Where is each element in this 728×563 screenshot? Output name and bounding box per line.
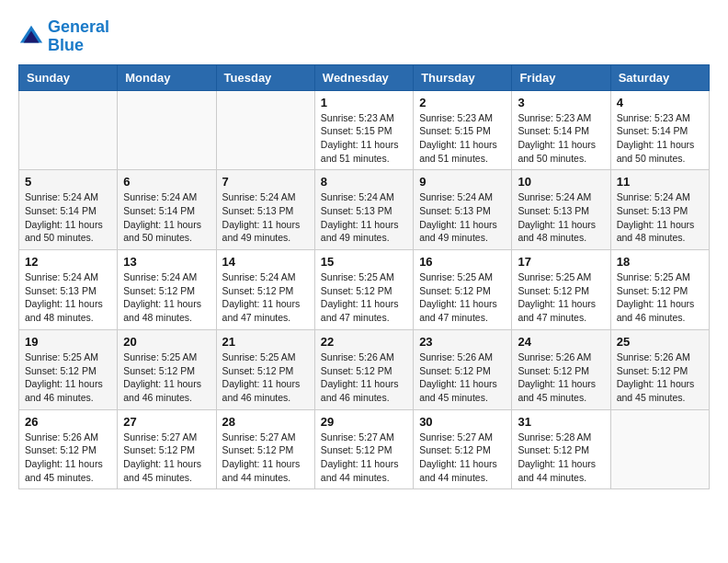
day-info: Sunrise: 5:23 AM Sunset: 5:15 PM Dayligh… — [321, 111, 407, 166]
calendar-cell: 2Sunrise: 5:23 AM Sunset: 5:15 PM Daylig… — [414, 90, 512, 170]
calendar-cell: 24Sunrise: 5:26 AM Sunset: 5:12 PM Dayli… — [512, 329, 610, 409]
day-number: 7 — [222, 175, 309, 189]
calendar-cell: 19Sunrise: 5:25 AM Sunset: 5:12 PM Dayli… — [19, 329, 118, 409]
calendar-cell: 1Sunrise: 5:23 AM Sunset: 5:15 PM Daylig… — [314, 90, 413, 170]
day-number: 21 — [222, 335, 309, 349]
day-info: Sunrise: 5:24 AM Sunset: 5:12 PM Dayligh… — [222, 270, 309, 325]
day-number: 26 — [25, 415, 111, 429]
day-number: 20 — [123, 335, 210, 349]
calendar-cell: 9Sunrise: 5:24 AM Sunset: 5:13 PM Daylig… — [414, 170, 512, 250]
calendar-cell: 18Sunrise: 5:25 AM Sunset: 5:12 PM Dayli… — [610, 250, 709, 330]
logo-text: General Blue — [48, 18, 109, 55]
day-number: 17 — [518, 255, 604, 269]
week-row-1: 1Sunrise: 5:23 AM Sunset: 5:15 PM Daylig… — [19, 90, 710, 170]
day-number: 28 — [222, 415, 309, 429]
day-number: 10 — [518, 175, 604, 189]
day-info: Sunrise: 5:24 AM Sunset: 5:13 PM Dayligh… — [419, 190, 506, 245]
weekday-header-monday: Monday — [118, 64, 216, 90]
day-number: 30 — [419, 415, 506, 429]
weekday-header-wednesday: Wednesday — [314, 64, 413, 90]
day-number: 9 — [419, 175, 506, 189]
day-info: Sunrise: 5:24 AM Sunset: 5:13 PM Dayligh… — [25, 270, 111, 325]
day-info: Sunrise: 5:27 AM Sunset: 5:12 PM Dayligh… — [123, 431, 210, 485]
day-info: Sunrise: 5:24 AM Sunset: 5:12 PM Dayligh… — [123, 270, 210, 325]
week-row-4: 19Sunrise: 5:25 AM Sunset: 5:12 PM Dayli… — [19, 329, 710, 409]
day-number: 24 — [518, 335, 604, 349]
calendar-cell — [19, 90, 118, 170]
day-info: Sunrise: 5:27 AM Sunset: 5:12 PM Dayligh… — [222, 431, 309, 485]
day-number: 15 — [321, 255, 407, 269]
weekday-header-saturday: Saturday — [610, 64, 709, 90]
calendar-cell: 30Sunrise: 5:27 AM Sunset: 5:12 PM Dayli… — [414, 409, 512, 489]
calendar-cell: 14Sunrise: 5:24 AM Sunset: 5:12 PM Dayli… — [216, 250, 314, 330]
calendar-cell: 10Sunrise: 5:24 AM Sunset: 5:13 PM Dayli… — [512, 170, 610, 250]
day-info: Sunrise: 5:27 AM Sunset: 5:12 PM Dayligh… — [321, 431, 407, 485]
day-number: 6 — [123, 175, 210, 189]
day-number: 2 — [419, 96, 506, 109]
calendar-cell: 31Sunrise: 5:28 AM Sunset: 5:12 PM Dayli… — [512, 409, 610, 489]
calendar-cell — [216, 90, 314, 170]
day-number: 14 — [222, 255, 309, 269]
calendar-cell: 17Sunrise: 5:25 AM Sunset: 5:12 PM Dayli… — [512, 250, 610, 330]
day-number: 12 — [25, 255, 111, 269]
day-info: Sunrise: 5:25 AM Sunset: 5:12 PM Dayligh… — [518, 270, 604, 325]
calendar-cell: 27Sunrise: 5:27 AM Sunset: 5:12 PM Dayli… — [118, 409, 216, 489]
day-info: Sunrise: 5:26 AM Sunset: 5:12 PM Dayligh… — [321, 350, 407, 405]
day-info: Sunrise: 5:23 AM Sunset: 5:15 PM Dayligh… — [419, 111, 506, 166]
logo-icon — [18, 24, 44, 50]
day-number: 23 — [419, 335, 506, 349]
day-info: Sunrise: 5:25 AM Sunset: 5:12 PM Dayligh… — [617, 270, 703, 325]
day-number: 18 — [617, 255, 703, 269]
calendar-cell: 20Sunrise: 5:25 AM Sunset: 5:12 PM Dayli… — [118, 329, 216, 409]
calendar-cell: 5Sunrise: 5:24 AM Sunset: 5:14 PM Daylig… — [19, 170, 118, 250]
calendar-cell: 25Sunrise: 5:26 AM Sunset: 5:12 PM Dayli… — [610, 329, 709, 409]
day-info: Sunrise: 5:25 AM Sunset: 5:12 PM Dayligh… — [321, 270, 407, 325]
day-info: Sunrise: 5:25 AM Sunset: 5:12 PM Dayligh… — [419, 270, 506, 325]
calendar-cell — [610, 409, 709, 489]
day-info: Sunrise: 5:25 AM Sunset: 5:12 PM Dayligh… — [123, 350, 210, 405]
day-number: 31 — [518, 415, 604, 429]
day-info: Sunrise: 5:26 AM Sunset: 5:12 PM Dayligh… — [419, 350, 506, 405]
calendar-cell: 13Sunrise: 5:24 AM Sunset: 5:12 PM Dayli… — [118, 250, 216, 330]
day-number: 19 — [25, 335, 111, 349]
day-info: Sunrise: 5:23 AM Sunset: 5:14 PM Dayligh… — [617, 111, 703, 166]
calendar-cell — [118, 90, 216, 170]
weekday-header-friday: Friday — [512, 64, 610, 90]
day-number: 1 — [321, 96, 407, 109]
page-header: General Blue — [18, 18, 710, 55]
calendar-cell: 16Sunrise: 5:25 AM Sunset: 5:12 PM Dayli… — [414, 250, 512, 330]
day-info: Sunrise: 5:26 AM Sunset: 5:12 PM Dayligh… — [25, 431, 111, 485]
calendar-cell: 28Sunrise: 5:27 AM Sunset: 5:12 PM Dayli… — [216, 409, 314, 489]
calendar-cell: 21Sunrise: 5:25 AM Sunset: 5:12 PM Dayli… — [216, 329, 314, 409]
day-number: 5 — [25, 175, 111, 189]
weekday-header-tuesday: Tuesday — [216, 64, 314, 90]
day-number: 4 — [617, 96, 703, 109]
weekday-header-thursday: Thursday — [414, 64, 512, 90]
day-info: Sunrise: 5:25 AM Sunset: 5:12 PM Dayligh… — [222, 350, 309, 405]
day-info: Sunrise: 5:26 AM Sunset: 5:12 PM Dayligh… — [518, 350, 604, 405]
calendar-table: SundayMondayTuesdayWednesdayThursdayFrid… — [18, 64, 710, 490]
week-row-5: 26Sunrise: 5:26 AM Sunset: 5:12 PM Dayli… — [19, 409, 710, 489]
day-info: Sunrise: 5:24 AM Sunset: 5:14 PM Dayligh… — [123, 190, 210, 245]
day-info: Sunrise: 5:24 AM Sunset: 5:13 PM Dayligh… — [617, 190, 703, 245]
week-row-3: 12Sunrise: 5:24 AM Sunset: 5:13 PM Dayli… — [19, 250, 710, 330]
calendar-cell: 22Sunrise: 5:26 AM Sunset: 5:12 PM Dayli… — [314, 329, 413, 409]
day-info: Sunrise: 5:24 AM Sunset: 5:13 PM Dayligh… — [321, 190, 407, 245]
calendar-cell: 12Sunrise: 5:24 AM Sunset: 5:13 PM Dayli… — [19, 250, 118, 330]
logo: General Blue — [18, 18, 109, 55]
day-number: 13 — [123, 255, 210, 269]
day-info: Sunrise: 5:24 AM Sunset: 5:13 PM Dayligh… — [518, 190, 604, 245]
day-info: Sunrise: 5:28 AM Sunset: 5:12 PM Dayligh… — [518, 431, 604, 485]
day-info: Sunrise: 5:26 AM Sunset: 5:12 PM Dayligh… — [617, 350, 703, 405]
day-number: 11 — [617, 175, 703, 189]
calendar-cell: 15Sunrise: 5:25 AM Sunset: 5:12 PM Dayli… — [314, 250, 413, 330]
day-info: Sunrise: 5:27 AM Sunset: 5:12 PM Dayligh… — [419, 431, 506, 485]
day-number: 22 — [321, 335, 407, 349]
day-number: 29 — [321, 415, 407, 429]
week-row-2: 5Sunrise: 5:24 AM Sunset: 5:14 PM Daylig… — [19, 170, 710, 250]
calendar-cell: 6Sunrise: 5:24 AM Sunset: 5:14 PM Daylig… — [118, 170, 216, 250]
calendar-cell: 8Sunrise: 5:24 AM Sunset: 5:13 PM Daylig… — [314, 170, 413, 250]
weekday-header-sunday: Sunday — [19, 64, 118, 90]
calendar-cell: 11Sunrise: 5:24 AM Sunset: 5:13 PM Dayli… — [610, 170, 709, 250]
calendar-cell: 26Sunrise: 5:26 AM Sunset: 5:12 PM Dayli… — [19, 409, 118, 489]
